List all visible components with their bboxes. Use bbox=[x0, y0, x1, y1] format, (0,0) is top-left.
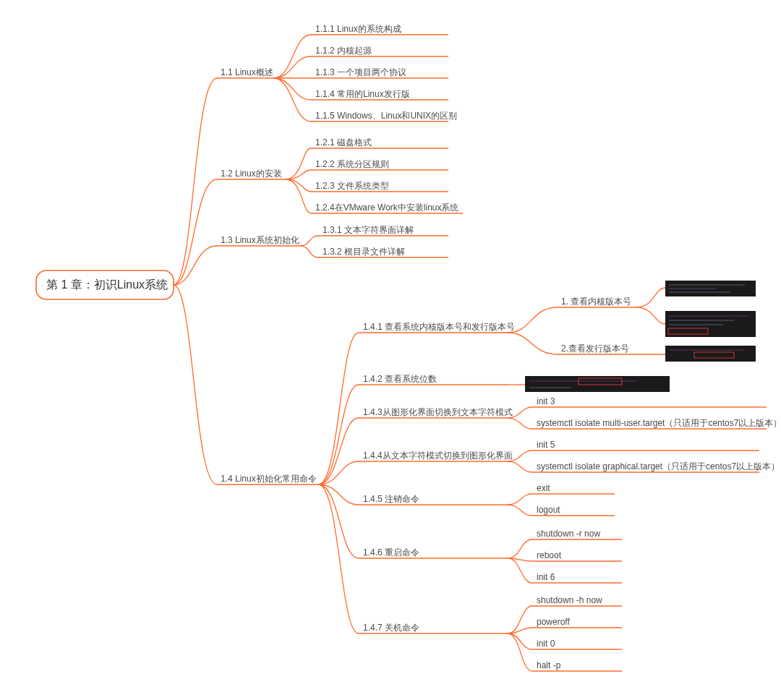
node-1-4-3-a[interactable]: init 3 bbox=[532, 396, 767, 407]
node-1-4-7-a[interactable]: shutdown -h now bbox=[532, 595, 622, 606]
node-1-4-3-b[interactable]: systemctl isolate multi-user.target（只适用于… bbox=[532, 418, 781, 429]
svg-text:1.3.1 文本字符界面详解: 1.3.1 文本字符界面详解 bbox=[323, 225, 414, 235]
svg-text:init  3: init 3 bbox=[537, 396, 555, 406]
svg-text:1.3 Linux系统初始化: 1.3 Linux系统初始化 bbox=[221, 235, 299, 245]
svg-rect-39 bbox=[665, 311, 756, 337]
node-1-4-5[interactable]: 1.4.5 注销命令 bbox=[359, 494, 508, 505]
mindmap-canvas: 第 1 章：初识Linux系统 1.1 Linux概述 1.1.1 Linux的… bbox=[0, 0, 781, 700]
terminal-thumbnail bbox=[525, 376, 670, 392]
node-1-1-5[interactable]: 1.1.5 Windows、Linux和UNIX的区别 bbox=[311, 111, 457, 121]
svg-text:1.2.2 系统分区规则: 1.2.2 系统分区规则 bbox=[315, 159, 389, 169]
node-1-4-6-c[interactable]: init 6 bbox=[532, 572, 622, 583]
node-1-2-1[interactable]: 1.2.1 磁盘格式 bbox=[311, 137, 448, 148]
node-1-4[interactable]: 1.4 Linux初始化常用命令 bbox=[217, 474, 318, 485]
root-node[interactable]: 第 1 章：初识Linux系统 bbox=[36, 270, 174, 299]
terminal-thumbnail bbox=[665, 346, 756, 362]
svg-text:init  6: init 6 bbox=[537, 572, 555, 582]
node-1-4-6-b[interactable]: reboot bbox=[532, 550, 622, 561]
svg-text:1.4.5 注销命令: 1.4.5 注销命令 bbox=[363, 494, 419, 504]
node-1-4-5-b[interactable]: logout bbox=[532, 505, 615, 516]
node-1-4-6[interactable]: 1.4.6 重启命令 bbox=[359, 547, 508, 558]
node-1-2-3[interactable]: 1.2.3 文件系统类型 bbox=[311, 181, 448, 192]
svg-text:logout: logout bbox=[537, 505, 560, 515]
svg-text:1.4.2 查看系统位数: 1.4.2 查看系统位数 bbox=[363, 374, 437, 384]
svg-text:1.4 Linux初始化常用命令: 1.4 Linux初始化常用命令 bbox=[221, 474, 317, 484]
node-1-4-1-a[interactable]: 1. 查看内核版本号 bbox=[557, 296, 636, 307]
terminal-thumbnail bbox=[665, 281, 756, 296]
svg-text:1.4.3从图形化界面切换到文本字符模式: 1.4.3从图形化界面切换到文本字符模式 bbox=[363, 407, 513, 417]
node-1-4-7-c[interactable]: init 0 bbox=[532, 639, 622, 649]
svg-text:1.4.1 查看系统内核版本号和发行版本号: 1.4.1 查看系统内核版本号和发行版本号 bbox=[363, 322, 515, 332]
svg-text:2.查看发行版本号: 2.查看发行版本号 bbox=[561, 343, 629, 354]
node-1-1[interactable]: 1.1 Linux概述 bbox=[217, 67, 273, 78]
svg-text:init 0: init 0 bbox=[537, 639, 555, 649]
node-1-4-7[interactable]: 1.4.7 关机命令 bbox=[359, 623, 508, 633]
node-1-4-4[interactable]: 1.4.4从文本字符模式切换到图形化界面 bbox=[359, 451, 513, 461]
svg-text:1.1.2 内核起源: 1.1.2 内核起源 bbox=[315, 46, 372, 56]
node-1-4-1-b[interactable]: 2.查看发行版本号 bbox=[557, 343, 636, 354]
svg-text:1.4.7 关机命令: 1.4.7 关机命令 bbox=[363, 623, 419, 633]
node-1-4-3[interactable]: 1.4.3从图形化界面切换到文本字符模式 bbox=[359, 407, 513, 418]
svg-text:1.2.1 磁盘格式: 1.2.1 磁盘格式 bbox=[315, 137, 372, 148]
svg-text:reboot: reboot bbox=[537, 550, 562, 560]
node-1-4-6-a[interactable]: shutdown -r now bbox=[532, 529, 622, 539]
node-1-2-4[interactable]: 1.2.4在VMware Work中安装linux系统 bbox=[311, 202, 463, 213]
svg-text:1.1.3 一个项目两个协议: 1.1.3 一个项目两个协议 bbox=[315, 67, 406, 77]
svg-text:systemctl  isolate multi-user.: systemctl isolate multi-user.target（只适用于… bbox=[537, 418, 781, 428]
terminal-thumbnail bbox=[665, 311, 756, 337]
node-1-4-4-b[interactable]: systemctl isolate graphical.target（只适用于c… bbox=[532, 461, 780, 472]
svg-text:shutdown  -r  now: shutdown -r now bbox=[537, 529, 600, 539]
node-1-1-1[interactable]: 1.1.1 Linux的系统构成 bbox=[311, 24, 448, 35]
node-1-3[interactable]: 1.3 Linux系统初始化 bbox=[217, 235, 301, 246]
svg-text:systemctl  isolate graphical.t: systemctl isolate graphical.target（只适用于c… bbox=[537, 461, 780, 471]
svg-text:poweroff: poweroff bbox=[537, 617, 570, 627]
svg-text:exit: exit bbox=[537, 483, 550, 493]
node-1-4-7-d[interactable]: halt -p bbox=[532, 660, 622, 671]
svg-text:shutdown -h  now: shutdown -h now bbox=[537, 595, 602, 605]
svg-text:1.1.4 常用的Linux发行版: 1.1.4 常用的Linux发行版 bbox=[315, 89, 410, 99]
svg-text:1.4.4从文本字符模式切换到图形化界面: 1.4.4从文本字符模式切换到图形化界面 bbox=[363, 451, 513, 461]
svg-text:1.2 Linux的安装: 1.2 Linux的安装 bbox=[221, 168, 282, 179]
node-1-2[interactable]: 1.2 Linux的安装 bbox=[217, 168, 286, 179]
node-1-4-2[interactable]: 1.4.2 查看系统位数 bbox=[359, 374, 508, 385]
root-label: 第 1 章：初识Linux系统 bbox=[46, 278, 168, 291]
node-1-1-3[interactable]: 1.1.3 一个项目两个协议 bbox=[311, 67, 448, 78]
svg-text:1.2.3 文件系统类型: 1.2.3 文件系统类型 bbox=[315, 181, 389, 191]
node-1-3-1[interactable]: 1.3.1 文本字符界面详解 bbox=[318, 225, 448, 236]
node-1-4-1[interactable]: 1.4.1 查看系统内核版本号和发行版本号 bbox=[359, 322, 515, 333]
svg-rect-46 bbox=[665, 346, 756, 362]
node-1-2-2[interactable]: 1.2.2 系统分区规则 bbox=[311, 159, 448, 170]
svg-text:1.4.6 重启命令: 1.4.6 重启命令 bbox=[363, 547, 419, 558]
node-1-3-2[interactable]: 1.3.2 根目录文件详解 bbox=[318, 247, 448, 257]
svg-text:1. 查看内核版本号: 1. 查看内核版本号 bbox=[561, 296, 631, 307]
svg-text:halt -p: halt -p bbox=[537, 660, 561, 670]
svg-text:1.2.4在VMware Work中安装linux系统: 1.2.4在VMware Work中安装linux系统 bbox=[315, 202, 459, 213]
node-1-4-7-b[interactable]: poweroff bbox=[532, 617, 622, 628]
svg-text:init 5: init 5 bbox=[537, 440, 555, 450]
node-1-4-4-a[interactable]: init 5 bbox=[532, 440, 759, 451]
svg-text:1.1 Linux概述: 1.1 Linux概述 bbox=[221, 67, 273, 77]
node-1-1-4[interactable]: 1.1.4 常用的Linux发行版 bbox=[311, 89, 448, 100]
node-1-4-5-a[interactable]: exit bbox=[532, 483, 615, 494]
svg-text:1.1.1 Linux的系统构成: 1.1.1 Linux的系统构成 bbox=[315, 24, 401, 34]
svg-text:1.3.2 根目录文件详解: 1.3.2 根目录文件详解 bbox=[323, 247, 405, 257]
svg-text:1.1.5 Windows、Linux和UNIX的区别: 1.1.5 Windows、Linux和UNIX的区别 bbox=[315, 111, 457, 121]
node-1-1-2[interactable]: 1.1.2 内核起源 bbox=[311, 46, 448, 56]
